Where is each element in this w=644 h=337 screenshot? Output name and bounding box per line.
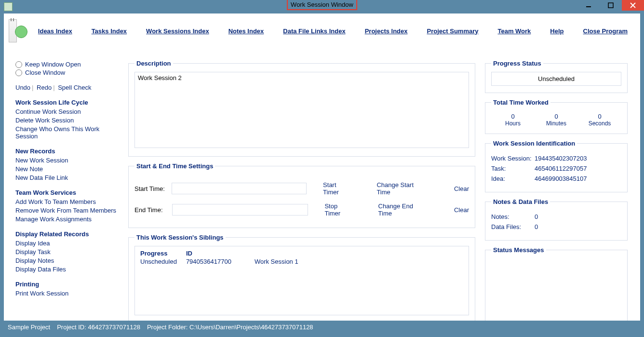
link-display-data-files[interactable]: Display Data Files xyxy=(15,266,123,273)
title-bar: Work Session Window xyxy=(0,0,644,13)
description-legend: Description xyxy=(134,60,173,67)
heading-team-work-services: Team Work Services xyxy=(15,189,123,196)
link-new-note[interactable]: New Note xyxy=(15,165,123,173)
menu-team-work[interactable]: Team Work xyxy=(488,27,540,35)
end-time-label: End Time: xyxy=(134,206,172,214)
notes-v: 0 xyxy=(535,213,538,220)
start-time-label: Start Time: xyxy=(134,185,172,192)
end-time-input[interactable] xyxy=(172,204,309,216)
menu-ideas-index[interactable]: Ideas Index xyxy=(28,27,82,35)
idea-k: Idea: xyxy=(491,175,535,182)
files-k: Data Files: xyxy=(491,223,535,230)
ttw-minutes-label: Minutes xyxy=(535,120,578,127)
link-display-idea[interactable]: Display Idea xyxy=(15,240,123,247)
progress-status-legend: Progress Status xyxy=(491,60,543,67)
radio-keep-window-open[interactable]: Keep Window Open xyxy=(15,61,123,68)
task-v: 465406112297057 xyxy=(535,165,587,172)
progress-status-value: Unscheduled xyxy=(491,72,621,86)
status-project-name: Sample Project xyxy=(8,324,50,331)
ttw-seconds-label: Seconds xyxy=(578,120,621,127)
start-timer-link[interactable]: Start Timer xyxy=(323,181,352,196)
menu-projects-index[interactable]: Projects Index xyxy=(355,27,417,35)
notes-k: Notes: xyxy=(491,213,535,220)
ws-v: 194435402307203 xyxy=(535,155,587,162)
total-time-worked-group: Total Time Worked 0Hours 0Minutes 0Secon… xyxy=(485,99,628,134)
menu-project-summary[interactable]: Project Summary xyxy=(417,27,488,35)
description-textarea[interactable] xyxy=(134,72,469,148)
description-group: Description xyxy=(128,60,475,157)
link-print-work-session[interactable]: Print Work Session xyxy=(15,290,123,297)
siblings-list[interactable]: Progress ID Unscheduled 7940536417700 Wo… xyxy=(134,246,469,315)
ttw-hours: 0 xyxy=(491,113,535,120)
siblings-group: This Work Session's Siblings Progress ID… xyxy=(128,234,475,321)
link-delete-work-session[interactable]: Delete Work Session xyxy=(15,117,123,124)
link-new-work-session[interactable]: New Work Session xyxy=(15,157,123,164)
ttw-seconds: 0 xyxy=(578,113,621,120)
svg-rect-1 xyxy=(608,3,613,8)
main-panel: Description Start & End Time Settings St… xyxy=(123,60,480,321)
link-display-notes[interactable]: Display Notes xyxy=(15,257,123,264)
change-start-time-link[interactable]: Change Start Time xyxy=(376,181,427,196)
cell-progress: Unscheduled xyxy=(140,257,186,266)
window-title: Work Session Window xyxy=(287,0,357,10)
ttw-minutes: 0 xyxy=(535,113,578,120)
col-id: ID xyxy=(186,249,240,257)
menu-tasks-index[interactable]: Tasks Index xyxy=(82,27,136,35)
calendar-clock-icon xyxy=(9,19,17,42)
link-new-data-file-link[interactable]: New Data File Link xyxy=(15,174,123,181)
radio-icon xyxy=(15,69,22,76)
ws-k: Work Session: xyxy=(491,155,535,162)
ttw-legend: Total Time Worked xyxy=(491,99,550,106)
top-menu: Ideas Index Tasks Index Work Sessions In… xyxy=(4,13,640,46)
menu-notes-index[interactable]: Notes Index xyxy=(219,27,274,35)
radio-label: Close Window xyxy=(25,69,65,76)
maximize-button[interactable] xyxy=(600,0,622,11)
undo-link[interactable]: Undo xyxy=(15,84,30,91)
col-progress: Progress xyxy=(140,249,186,257)
link-change-owner[interactable]: Change Who Owns This Work Session xyxy=(15,125,123,140)
link-display-task[interactable]: Display Task xyxy=(15,248,123,256)
redo-link[interactable]: Redo xyxy=(37,84,52,91)
radio-label: Keep Window Open xyxy=(25,61,81,68)
status-messages-legend: Status Messages xyxy=(491,246,546,254)
ws-identification-group: Work Session Identification Work Session… xyxy=(485,140,628,192)
task-k: Task: xyxy=(491,165,535,172)
radio-icon xyxy=(15,61,22,68)
minimize-button[interactable] xyxy=(577,0,600,11)
spell-check-link[interactable]: Spell Check xyxy=(58,84,91,91)
menu-close-program[interactable]: Close Program xyxy=(574,27,637,35)
progress-status-group: Progress Status Unscheduled xyxy=(485,60,628,93)
menu-data-file-links-index[interactable]: Data File Links Index xyxy=(273,27,355,35)
radio-close-window[interactable]: Close Window xyxy=(15,69,123,76)
clear-start-link[interactable]: Clear xyxy=(454,185,469,192)
link-manage-work-assignments[interactable]: Manage Work Assignments xyxy=(15,216,123,223)
status-messages-group: Status Messages xyxy=(485,246,628,321)
start-time-input[interactable] xyxy=(172,183,307,194)
sidebar: Keep Window Open Close Window Undo| Redo… xyxy=(4,60,123,321)
time-settings-group: Start & End Time Settings Start Time: St… xyxy=(128,162,475,228)
stop-timer-link[interactable]: Stop Timer xyxy=(324,202,354,217)
heading-printing: Printing xyxy=(15,281,123,288)
sibling-row[interactable]: Unscheduled 7940536417700 Work Session 1 xyxy=(140,257,307,266)
link-continue-work-session[interactable]: Continue Work Session xyxy=(15,108,123,115)
notes-data-files-group: Notes & Data Files Notes:0 Data Files:0 xyxy=(485,198,628,241)
close-button[interactable] xyxy=(622,0,644,11)
app-icon xyxy=(4,2,13,11)
menu-work-sessions-index[interactable]: Work Sessions Index xyxy=(136,27,219,35)
link-add-work-to-team[interactable]: Add Work To Team Members xyxy=(15,198,123,205)
files-v: 0 xyxy=(535,223,538,230)
ws-identification-legend: Work Session Identification xyxy=(491,140,577,147)
cell-id: 7940536417700 xyxy=(186,257,240,266)
time-settings-legend: Start & End Time Settings xyxy=(134,162,215,170)
right-panel: Progress Status Unscheduled Total Time W… xyxy=(480,60,640,321)
siblings-legend: This Work Session's Siblings xyxy=(134,234,226,241)
link-remove-work-from-team[interactable]: Remove Work From Team Members xyxy=(15,207,123,214)
change-end-time-link[interactable]: Change End Time xyxy=(378,202,427,217)
menu-help[interactable]: Help xyxy=(540,27,573,35)
status-project-id: Project ID: 464273737071128 xyxy=(57,324,140,331)
heading-life-cycle: Work Session Life Cycle xyxy=(15,99,123,106)
status-bar: Sample Project Project ID: 4642737370711… xyxy=(4,321,640,333)
idea-v: 464699003845107 xyxy=(535,175,587,182)
clear-end-link[interactable]: Clear xyxy=(454,206,469,214)
heading-display-related: Display Related Records xyxy=(15,230,123,238)
